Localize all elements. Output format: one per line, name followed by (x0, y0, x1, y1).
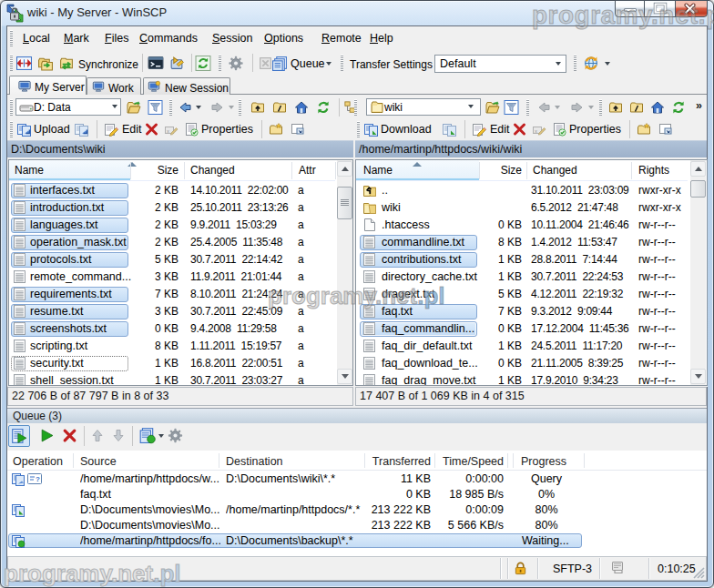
svg-text:x: x (167, 128, 169, 134)
svg-text:?: ? (36, 475, 40, 483)
svg-text:x: x (535, 128, 537, 134)
